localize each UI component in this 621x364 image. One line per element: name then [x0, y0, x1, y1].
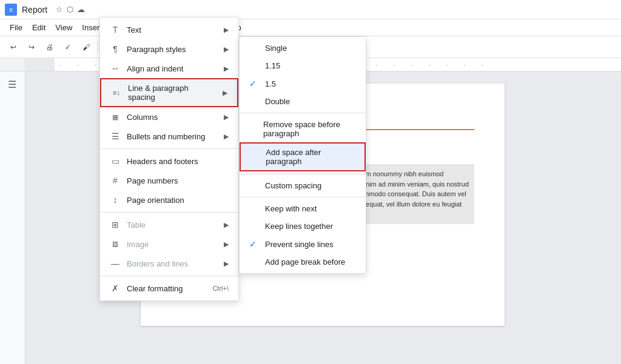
spacing-single-label: Single — [265, 44, 287, 53]
format-paragraph-styles[interactable]: ¶ Paragraph styles ▶ — [100, 39, 238, 59]
spacing-sep-1 — [240, 113, 366, 113]
check-prevent-single: ✓ — [249, 239, 259, 249]
menu-edit[interactable]: Edit — [27, 21, 50, 35]
format-clear[interactable]: ✗ Clear formatting Ctrl+\ — [100, 279, 238, 298]
spacing-double[interactable]: Double — [240, 93, 366, 110]
borders-icon: — — [110, 258, 121, 269]
spacing-add-after-label: Add space after paragraph — [266, 148, 355, 166]
bullets-icon: ☰ — [110, 131, 121, 142]
undo-button[interactable]: ↩ — [5, 39, 22, 56]
spacing-prevent-single[interactable]: ✓ Prevent single lines — [240, 235, 366, 253]
menu-view[interactable]: View — [50, 21, 77, 35]
page-num-icon: # — [110, 175, 121, 186]
format-page-orientation[interactable]: ↕ Page orientation — [100, 190, 238, 210]
shortcut-clear: Ctrl+\ — [212, 285, 229, 292]
spacing-keep-next[interactable]: Keep with next — [240, 200, 366, 217]
format-pagenum-label: Page numbers — [127, 176, 178, 185]
format-bullets-label: Bullets and numbering — [127, 132, 205, 141]
format-text[interactable]: T Text ▶ — [100, 20, 238, 39]
spacing-remove-before[interactable]: Remove space before paragraph — [240, 116, 366, 142]
spellcheck-button[interactable]: ✓ — [59, 39, 76, 56]
spacing-double-label: Double — [265, 97, 290, 106]
format-borders-label: Borders and lines — [127, 259, 188, 268]
star-icon[interactable]: ☆ — [56, 5, 63, 14]
arrow-icon: ▶ — [224, 26, 229, 34]
columns-icon: ▦ — [110, 111, 121, 122]
format-borders[interactable]: — Borders and lines ▶ — [100, 254, 238, 273]
spacing-page-break-label: Add page break before — [265, 257, 345, 266]
align-icon: ↔ — [110, 63, 121, 74]
spacing-custom-label: Custom spacing — [265, 181, 321, 190]
arrow-icon-6: ▶ — [224, 133, 229, 141]
format-dropdown: T Text ▶ ¶ Paragraph styles ▶ ↔ Align an… — [99, 17, 239, 301]
sidebar-toggle[interactable]: ☰ — [0, 71, 24, 364]
spacing-single[interactable]: Single — [240, 39, 366, 57]
separator-2 — [100, 212, 238, 213]
format-orient-label: Page orientation — [127, 196, 184, 205]
divider-1 — [98, 41, 98, 53]
spacing-submenu: Single 1.15 ✓ 1.5 Double Remove space be… — [239, 36, 366, 274]
arrow-icon-3: ▶ — [224, 65, 229, 73]
spacing-keep-next-label: Keep with next — [265, 204, 317, 213]
format-bullets[interactable]: ☰ Bullets and numbering ▶ — [100, 127, 238, 146]
title-bar: ≡ Report ☆ ⬡ ☁ — [0, 0, 621, 19]
headers-icon: ▭ — [110, 156, 121, 167]
format-align-indent[interactable]: ↔ Align and indent ▶ — [100, 59, 238, 78]
check-15: ✓ — [249, 79, 259, 88]
format-col-label: Columns — [127, 113, 158, 122]
spacing-sep-3 — [240, 197, 366, 197]
format-headers-label: Headers and footers — [127, 157, 198, 166]
doc-title: Report — [22, 5, 47, 15]
print-button[interactable]: 🖨 — [41, 39, 58, 56]
history-icon[interactable]: ⬡ — [67, 5, 73, 14]
menu-file[interactable]: File — [5, 21, 27, 35]
spacing-115-label: 1.15 — [265, 61, 280, 70]
arrow-icon-7: ▶ — [224, 221, 229, 229]
title-icons: ☆ ⬡ ☁ — [56, 5, 85, 14]
arrow-icon-4: ▶ — [223, 89, 227, 97]
table-icon: ⊞ — [110, 219, 121, 230]
text-icon: T — [110, 24, 121, 35]
arrow-icon-9: ▶ — [224, 260, 229, 268]
spacing-page-break[interactable]: Add page break before — [240, 253, 366, 271]
format-table[interactable]: ⊞ Table ▶ — [100, 215, 238, 234]
format-headers[interactable]: ▭ Headers and footers — [100, 151, 238, 171]
format-line-label: Line & paragraph spacing — [128, 84, 217, 102]
cloud-icon[interactable]: ☁ — [77, 5, 85, 14]
format-image[interactable]: 🖼 Image ▶ — [100, 234, 238, 254]
spacing-115[interactable]: 1.15 — [240, 57, 366, 74]
format-para-label: Paragraph styles — [127, 45, 186, 54]
spacing-keep-lines-label: Keep lines together — [265, 222, 333, 231]
format-clear-label: Clear formatting — [127, 284, 183, 293]
clear-icon: ✗ — [110, 283, 121, 294]
paint-format-button[interactable]: 🖌 — [78, 39, 95, 56]
spacing-custom[interactable]: Custom spacing — [240, 177, 366, 194]
spacing-15[interactable]: ✓ 1.5 — [240, 74, 366, 93]
line-spacing-icon: ≡↕ — [111, 87, 122, 98]
format-table-label: Table — [127, 220, 146, 230]
orientation-icon: ↕ — [110, 194, 121, 205]
spacing-add-after[interactable]: Add space after paragraph — [240, 142, 366, 171]
spacing-remove-before-label: Remove space before paragraph — [263, 120, 356, 138]
spacing-keep-lines[interactable]: Keep lines together — [240, 217, 366, 235]
image-icon: 🖼 — [110, 239, 121, 250]
sidebar-icon: ☰ — [8, 79, 16, 364]
format-page-numbers[interactable]: # Page numbers — [100, 171, 238, 190]
redo-button[interactable]: ↪ — [23, 39, 40, 56]
separator-3 — [100, 276, 238, 276]
format-line-spacing[interactable]: ≡↕ Line & paragraph spacing ▶ — [100, 78, 238, 107]
spacing-prevent-single-label: Prevent single lines — [265, 240, 334, 249]
separator-1 — [100, 148, 238, 149]
menu-bar: File Edit View Insert Format Tools Exten… — [0, 19, 621, 36]
spacing-sep-2 — [240, 174, 366, 174]
arrow-icon-5: ▶ — [224, 113, 229, 121]
format-image-label: Image — [127, 240, 149, 249]
doc-icon: ≡ — [5, 4, 17, 16]
format-align-label: Align and indent — [127, 64, 183, 73]
arrow-icon-8: ▶ — [224, 240, 229, 248]
format-text-label: Text — [127, 25, 141, 35]
format-columns[interactable]: ▦ Columns ▶ — [100, 107, 238, 127]
spacing-15-label: 1.5 — [265, 79, 276, 88]
para-icon: ¶ — [110, 44, 121, 55]
arrow-icon-2: ▶ — [224, 45, 229, 53]
